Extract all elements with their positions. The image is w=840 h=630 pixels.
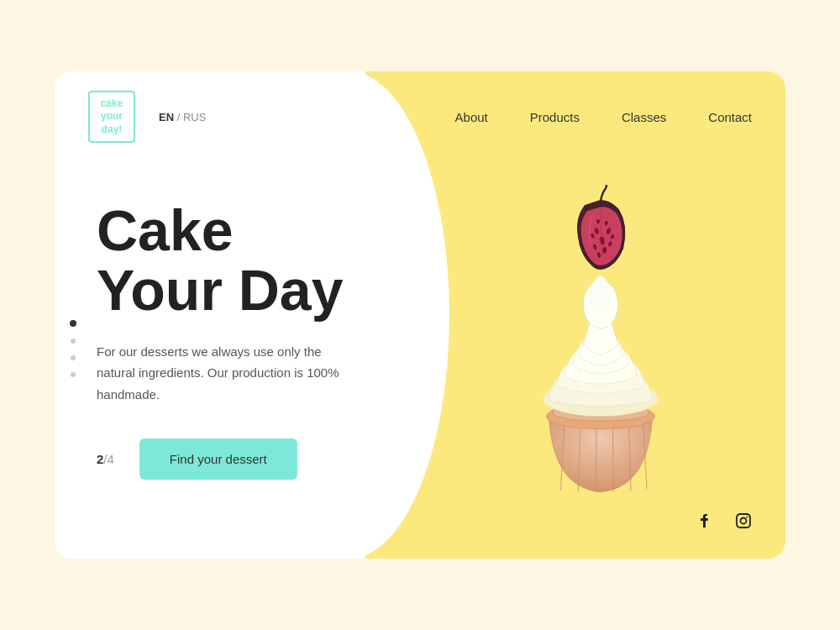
- instagram-icon[interactable]: [735, 512, 752, 533]
- cta-button[interactable]: Find your dessert: [139, 438, 297, 480]
- left-section: Cake Your Day For our desserts we always…: [88, 139, 449, 533]
- dot-inactive-3: [71, 372, 76, 377]
- page-total: 4: [108, 452, 114, 466]
- svg-rect-22: [737, 514, 750, 528]
- lang-separator: /: [177, 111, 181, 123]
- logo-text: cakeyourday!: [101, 97, 123, 135]
- hero-title-line2: Your Day: [97, 258, 343, 322]
- hero-title-line1: Cake: [97, 198, 234, 262]
- hero-subtitle: For our desserts we always use only the …: [97, 341, 349, 406]
- main-card: cakeyourday! EN / RUS About Products Cla…: [55, 71, 785, 559]
- dot-inactive-2: [71, 355, 76, 360]
- svg-point-23: [741, 518, 747, 524]
- language-switcher: EN / RUS: [159, 111, 206, 123]
- header: cakeyourday! EN / RUS About Products Cla…: [55, 71, 785, 139]
- logo[interactable]: cakeyourday!: [88, 91, 135, 144]
- page-indicator: 2/4: [97, 452, 114, 466]
- main-content: Cake Your Day For our desserts we always…: [55, 139, 785, 559]
- social-icons: [695, 512, 752, 533]
- bottom-row: 2/4 Find your dessert: [97, 438, 449, 480]
- dot-inactive-1: [71, 339, 76, 344]
- cupcake-image: [475, 185, 727, 504]
- right-section: [449, 139, 752, 533]
- slide-indicators: [70, 320, 76, 377]
- facebook-icon[interactable]: [695, 512, 711, 533]
- lang-rus[interactable]: RUS: [183, 111, 206, 123]
- svg-point-10: [594, 276, 606, 298]
- svg-point-24: [747, 517, 748, 518]
- nav-about[interactable]: About: [455, 110, 488, 124]
- nav-products[interactable]: Products: [530, 110, 580, 124]
- navigation: About Products Classes Contact: [455, 110, 752, 124]
- nav-classes[interactable]: Classes: [622, 110, 666, 124]
- nav-contact[interactable]: Contact: [708, 110, 752, 124]
- lang-en[interactable]: EN: [159, 111, 174, 123]
- dot-active: [70, 320, 76, 327]
- hero-title: Cake Your Day: [97, 201, 449, 321]
